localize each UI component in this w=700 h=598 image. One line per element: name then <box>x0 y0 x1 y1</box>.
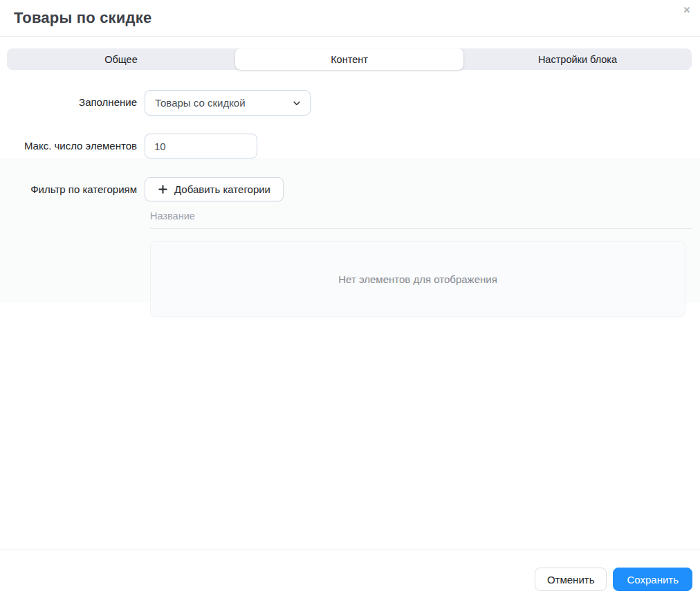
tab-content[interactable]: Контент <box>235 48 463 70</box>
plus-icon <box>158 184 168 194</box>
add-categories-button[interactable]: Добавить категории <box>145 177 284 201</box>
cancel-button[interactable]: Отменить <box>535 568 607 591</box>
modal-footer: Отменить Сохранить <box>0 550 700 598</box>
save-button[interactable]: Сохранить <box>613 568 692 591</box>
chevron-down-icon <box>292 98 302 108</box>
modal-header: Товары по скидке ✕ <box>0 0 700 37</box>
add-categories-button-label: Добавить категории <box>174 183 270 195</box>
category-filter-label: Фильтр по категориям <box>0 183 137 195</box>
tab-bar: Общее Контент Настройки блока <box>7 48 692 70</box>
fill-select-value: Товары со скидкой <box>155 97 292 109</box>
empty-state-text: Нет элементов для отображения <box>338 273 497 285</box>
fill-select[interactable]: Товары со скидкой <box>145 90 311 116</box>
modal-title: Товары по скидке <box>14 9 151 27</box>
block-settings-modal: Товары по скидке ✕ Общее Контент Настрой… <box>0 0 700 598</box>
tab-block-settings[interactable]: Настройки блока <box>463 48 692 70</box>
fill-label: Заполнение <box>0 96 137 108</box>
categories-column-header: Название <box>150 210 195 221</box>
table-header-divider <box>150 228 692 229</box>
max-items-input[interactable] <box>145 134 257 158</box>
tab-general[interactable]: Общее <box>7 48 235 70</box>
max-items-label: Макс. число элементов <box>0 140 137 152</box>
categories-empty-state: Нет элементов для отображения <box>150 241 685 317</box>
close-icon[interactable]: ✕ <box>679 3 694 18</box>
